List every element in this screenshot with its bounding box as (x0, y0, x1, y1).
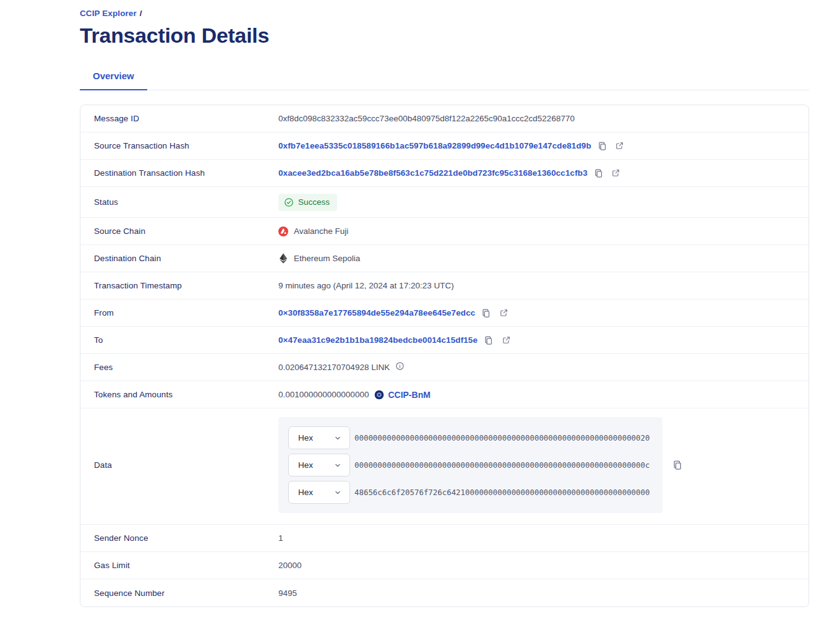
tab-overview[interactable]: Overview (80, 71, 147, 90)
from-label: From (94, 308, 278, 317)
data-hex-value: 0000000000000000000000000000000000000000… (354, 460, 649, 470)
timestamp-value: 9 minutes ago (April 12, 2024 at 17:20:2… (278, 281, 454, 290)
info-icon[interactable] (395, 361, 405, 371)
ethereum-sepolia-icon (280, 253, 287, 264)
sequence-number-label: Sequence Number (94, 589, 278, 598)
data-label: Data (94, 460, 278, 470)
breadcrumb-link-ccip-explorer[interactable]: CCIP Explorer (80, 9, 137, 18)
sender-nonce-label: Sender Nonce (94, 533, 278, 543)
source-tx-hash-label: Source Transaction Hash (94, 141, 278, 150)
destination-chain-label: Destination Chain (94, 254, 278, 263)
copy-button[interactable] (593, 167, 605, 179)
page-title: Transaction Details (80, 24, 809, 48)
table-row-destination-chain: Destination Chain Ethereum Sepolia (80, 245, 808, 272)
data-line: Hex 000000000000000000000000000000000000… (288, 426, 653, 449)
data-format-select[interactable]: Hex (288, 481, 350, 504)
source-chain-name: Avalanche Fuji (294, 227, 348, 236)
chevron-down-icon (333, 488, 342, 497)
destination-chain-name: Ethereum Sepolia (294, 254, 360, 263)
from-address-link[interactable]: 0×30f8358a7e17765894de55e294a78ee645e7ed… (278, 308, 475, 317)
table-row-from: From 0×30f8358a7e17765894de55e294a78ee64… (80, 300, 808, 327)
data-format-selected: Hex (298, 460, 313, 470)
data-format-select[interactable]: Hex (288, 454, 350, 477)
external-link-icon (502, 335, 511, 345)
data-format-selected: Hex (298, 488, 313, 497)
sequence-number-value: 9495 (278, 589, 297, 598)
copy-icon (672, 460, 683, 470)
external-link-button[interactable] (610, 167, 622, 179)
copy-icon (481, 308, 491, 318)
message-id-value: 0xf8dc098c832332ac59ccc73ee00b480975d8f1… (278, 114, 575, 123)
external-link-button[interactable] (497, 307, 510, 319)
copy-icon (484, 335, 494, 345)
to-address-link[interactable]: 0×47eaa31c9e2b1b1ba19824bedcbe0014c15df1… (278, 335, 478, 345)
source-tx-hash-link[interactable]: 0xfb7e1eea5335c018589166b1ac597b618a9289… (278, 141, 591, 150)
data-hex-value: 48656c6c6f20576f726c64210000000000000000… (354, 488, 649, 497)
table-row-sequence-number: Sequence Number 9495 (80, 579, 808, 606)
copy-data-button[interactable] (671, 459, 684, 472)
data-line: Hex 48656c6c6f20576f726c6421000000000000… (288, 481, 653, 504)
table-row-tokens-and-amounts: Tokens and Amounts 0.001000000000000000 … (80, 381, 808, 408)
copy-button[interactable] (480, 307, 492, 319)
copy-button[interactable] (482, 334, 495, 347)
copy-icon (598, 141, 607, 151)
table-row-source-chain: Source Chain Avalanche Fuji (80, 218, 808, 245)
data-format-selected: Hex (298, 433, 313, 442)
status-badge-text: Success (298, 197, 330, 207)
external-link-icon (615, 141, 624, 150)
external-link-button[interactable] (614, 140, 626, 152)
copy-icon (594, 168, 604, 178)
status-badge: Success (278, 194, 337, 211)
check-circle-icon (284, 197, 294, 207)
timestamp-label: Transaction Timestamp (94, 281, 278, 290)
tokens-and-amounts-label: Tokens and Amounts (94, 390, 278, 399)
data-hex-box: Hex 000000000000000000000000000000000000… (278, 417, 662, 513)
breadcrumb-separator: / (140, 9, 142, 18)
table-row-message-id: Message ID 0xf8dc098c832332ac59ccc73ee00… (80, 105, 808, 132)
tab-bar: Overview (80, 71, 809, 90)
sender-nonce-value: 1 (278, 533, 283, 543)
destination-tx-hash-link[interactable]: 0xacee3ed2bca16ab5e78be8f563c1c75d221de0… (278, 168, 588, 178)
avalanche-fuji-icon (278, 227, 288, 236)
table-row-transaction-timestamp: Transaction Timestamp 9 minutes ago (Apr… (80, 272, 808, 300)
external-link-button[interactable] (500, 334, 512, 347)
to-label: To (94, 335, 278, 345)
chevron-down-icon (333, 461, 342, 470)
table-row-status: Status Success (80, 187, 808, 218)
transaction-details-page: CCIP Explorer/ Transaction Details Overv… (0, 0, 840, 630)
token-name: CCIP-BnM (388, 390, 430, 400)
table-row-fees: Fees 0.020647132170704928 LINK (80, 354, 808, 381)
source-chain-label: Source Chain (94, 227, 278, 236)
status-label: Status (94, 197, 278, 207)
table-row-data: Data Hex 0000000000000000000000000000000… (80, 408, 808, 525)
data-format-select[interactable]: Hex (288, 426, 350, 449)
ccip-bnm-token-icon (374, 390, 384, 400)
external-link-icon (611, 168, 620, 178)
gas-limit-label: Gas Limit (94, 561, 278, 570)
token-link[interactable]: CCIP-BnM (374, 390, 430, 400)
transaction-details-table: Message ID 0xf8dc098c832332ac59ccc73ee00… (80, 105, 809, 607)
message-id-label: Message ID (94, 114, 278, 123)
fees-label: Fees (94, 363, 278, 372)
destination-tx-hash-label: Destination Transaction Hash (94, 168, 278, 178)
breadcrumb: CCIP Explorer/ (80, 9, 809, 18)
data-line: Hex 000000000000000000000000000000000000… (288, 454, 653, 477)
table-row-source-transaction-hash: Source Transaction Hash 0xfb7e1eea5335c0… (80, 132, 808, 160)
chevron-down-icon (333, 434, 342, 442)
token-amount: 0.001000000000000000 (278, 390, 369, 399)
table-row-to: To 0×47eaa31c9e2b1b1ba19824bedcbe0014c15… (80, 327, 808, 354)
data-hex-value: 0000000000000000000000000000000000000000… (354, 433, 649, 442)
table-row-gas-limit: Gas Limit 20000 (80, 552, 808, 579)
table-row-destination-transaction-hash: Destination Transaction Hash 0xacee3ed2b… (80, 160, 808, 187)
copy-button[interactable] (596, 140, 609, 152)
fees-value: 0.020647132170704928 LINK (278, 363, 390, 372)
table-row-sender-nonce: Sender Nonce 1 (80, 525, 808, 552)
external-link-icon (499, 308, 508, 317)
gas-limit-value: 20000 (278, 561, 302, 570)
